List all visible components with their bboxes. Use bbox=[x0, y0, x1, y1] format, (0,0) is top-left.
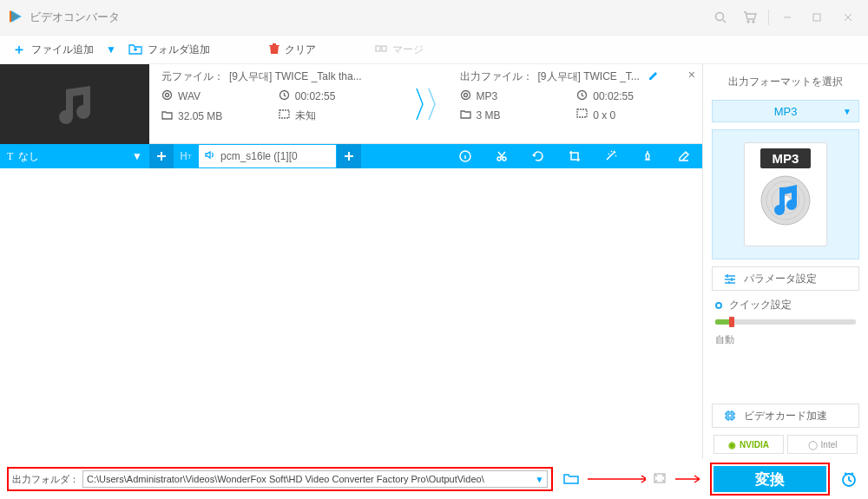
svg-rect-4 bbox=[376, 46, 380, 51]
rename-icon[interactable] bbox=[648, 70, 659, 83]
effects-button[interactable] bbox=[593, 144, 629, 168]
clear-label: クリア bbox=[285, 43, 316, 57]
edit-button[interactable] bbox=[666, 144, 702, 168]
item-options-bar: T なし ▼ HT pcm_s16le ([1][0 bbox=[0, 144, 702, 168]
add-subtitle-button[interactable] bbox=[149, 144, 174, 168]
thumbnail[interactable] bbox=[0, 64, 149, 144]
source-info: 元ファイル：[9人무대] TWICE _Talk tha... WAV 00:0… bbox=[149, 64, 404, 143]
remove-item-button[interactable]: × bbox=[688, 68, 695, 82]
format-icon bbox=[161, 89, 173, 103]
fullscreen-icon[interactable] bbox=[653, 472, 667, 487]
cart-icon[interactable] bbox=[735, 0, 765, 35]
svg-point-10 bbox=[461, 91, 470, 100]
output-file-name: [9人무대] TWICE _T... bbox=[538, 69, 640, 84]
subtitle-value: なし bbox=[18, 149, 39, 164]
sidebar: 出力フォーマットを選択 MP3 ▼ MP3 bbox=[703, 64, 868, 459]
merge-button[interactable]: マージ bbox=[363, 36, 436, 63]
schedule-button[interactable] bbox=[837, 465, 861, 493]
output-folder-highlight: 出力フォルダ： C:\Users\Administrator\Videos\Wo… bbox=[7, 467, 553, 491]
audio-codec: pcm_s16le ([1][0 bbox=[220, 150, 298, 162]
merge-label: マージ bbox=[392, 43, 424, 57]
folder-plus-icon bbox=[128, 43, 142, 57]
resolution-icon bbox=[576, 108, 588, 121]
intel-badge: ◯Intel bbox=[787, 435, 858, 454]
add-folder-button[interactable]: フォルダ追加 bbox=[116, 36, 222, 63]
quick-settings-row: クイック設定 bbox=[712, 298, 859, 312]
add-folder-label: フォルダ追加 bbox=[148, 43, 210, 57]
output-info: 出力ファイル：[9人무대] TWICE _T... MP3 00:02:55 3… bbox=[448, 64, 703, 143]
resolution-icon bbox=[279, 109, 290, 122]
output-size: 3 MB bbox=[477, 109, 501, 121]
gpu-vendor-row: ◉NVIDIA ◯Intel bbox=[712, 435, 859, 454]
add-file-dropdown[interactable]: ▼ bbox=[106, 36, 116, 63]
convert-label: 変換 bbox=[755, 469, 785, 489]
sidebar-title: 出力フォーマットを選択 bbox=[712, 73, 859, 93]
svg-point-7 bbox=[166, 94, 169, 97]
bullet-icon bbox=[715, 302, 722, 309]
speaker-icon bbox=[204, 149, 215, 163]
add-file-button[interactable]: ＋ ファイル追加 bbox=[0, 36, 106, 63]
rotate-button[interactable] bbox=[520, 144, 556, 168]
maximize-button[interactable] bbox=[802, 0, 832, 35]
open-folder-button[interactable] bbox=[563, 472, 579, 487]
quality-slider[interactable] bbox=[712, 319, 859, 325]
svg-rect-5 bbox=[382, 46, 386, 51]
clear-button[interactable]: クリア bbox=[257, 36, 328, 63]
minimize-button[interactable] bbox=[773, 0, 802, 35]
chevron-down-icon: ▼ bbox=[535, 475, 543, 484]
intel-logo-icon: ◯ bbox=[808, 440, 818, 450]
svg-rect-3 bbox=[813, 14, 820, 21]
main-toolbar: ＋ ファイル追加 ▼ フォルダ追加 クリア マージ bbox=[0, 35, 868, 64]
format-selector[interactable]: MP3 ▼ bbox=[712, 100, 859, 122]
chevron-down-icon: ▼ bbox=[132, 150, 142, 162]
parameter-settings-button[interactable]: パラメータ設定 bbox=[712, 266, 859, 291]
convert-highlight: 変換 bbox=[710, 463, 830, 496]
merge-icon bbox=[375, 43, 387, 56]
chip-icon bbox=[723, 410, 737, 422]
add-file-label: ファイル追加 bbox=[31, 43, 94, 57]
close-button[interactable] bbox=[832, 0, 865, 35]
svg-point-0 bbox=[716, 13, 724, 21]
format-icon bbox=[460, 89, 471, 103]
cut-button[interactable] bbox=[483, 144, 520, 168]
main-area: 元ファイル：[9人무대] TWICE _Talk tha... WAV 00:0… bbox=[0, 64, 868, 459]
app-title: ビデオコンバータ bbox=[30, 10, 120, 25]
add-audio-button[interactable] bbox=[337, 144, 361, 168]
output-file-label: 出力ファイル： bbox=[460, 69, 533, 84]
svg-point-1 bbox=[747, 21, 749, 23]
gpu-accel-button[interactable]: ビデオカード加速 bbox=[712, 404, 859, 428]
file-list: 元ファイル：[9人무대] TWICE _Talk tha... WAV 00:0… bbox=[0, 64, 703, 459]
slider-knob[interactable] bbox=[729, 317, 734, 327]
music-note-icon bbox=[49, 82, 101, 126]
clock-icon bbox=[576, 89, 588, 103]
output-path-value: C:\Users\Administrator\Videos\WonderFox … bbox=[87, 474, 484, 484]
folder-icon bbox=[460, 108, 471, 121]
nvidia-badge: ◉NVIDIA bbox=[713, 435, 784, 454]
watermark-button[interactable] bbox=[629, 144, 666, 168]
output-resolution: 0 x 0 bbox=[593, 109, 615, 121]
nvidia-logo-icon: ◉ bbox=[728, 440, 736, 450]
app-logo-icon bbox=[7, 9, 23, 27]
source-size: 32.05 MB bbox=[178, 110, 222, 122]
hardcode-subtitle-button[interactable]: HT bbox=[174, 144, 198, 168]
crop-button[interactable] bbox=[556, 144, 593, 168]
output-duration: 00:02:55 bbox=[593, 90, 634, 102]
folder-icon bbox=[161, 109, 173, 122]
svg-rect-9 bbox=[279, 110, 289, 118]
convert-button[interactable]: 変換 bbox=[713, 466, 826, 492]
file-item: 元ファイル：[9人무대] TWICE _Talk tha... WAV 00:0… bbox=[0, 64, 702, 144]
svg-rect-22 bbox=[727, 412, 733, 419]
info-button[interactable] bbox=[447, 144, 483, 168]
audio-track-select[interactable]: pcm_s16le ([1][0 bbox=[198, 144, 337, 168]
sliders-icon bbox=[723, 273, 737, 284]
titlebar: ビデオコンバータ bbox=[0, 0, 868, 35]
search-icon[interactable] bbox=[706, 0, 735, 35]
auto-label: 自動 bbox=[712, 332, 859, 348]
svg-point-6 bbox=[163, 91, 172, 100]
format-badge: MP3 bbox=[760, 148, 812, 168]
output-path-input[interactable]: C:\Users\Administrator\Videos\WonderFox … bbox=[82, 470, 548, 488]
source-file-name: [9人무대] TWICE _Talk tha... bbox=[229, 69, 362, 84]
subtitle-select[interactable]: T なし ▼ bbox=[0, 144, 149, 168]
format-preview[interactable]: MP3 bbox=[712, 129, 859, 259]
annotation-arrow-icon bbox=[674, 472, 703, 486]
